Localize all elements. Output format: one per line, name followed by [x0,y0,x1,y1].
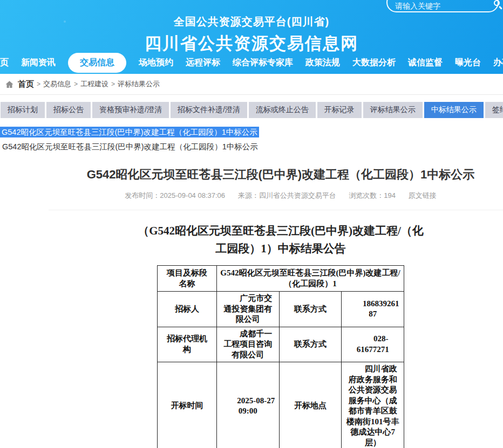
divider [49,210,503,210]
cell-agency-contact-value: 028-61677271 [342,327,404,362]
tab-bid-announcement[interactable]: 招标公告 [46,102,91,118]
nav-item-big-data[interactable]: 大数据分析 [352,57,396,68]
cell-opening-place-label: 开标地点 [279,362,342,448]
document-title: （G542昭化区元坝至旺苍县三江段(巴中界)改建工程/（化工园段）1）中标结果公… [134,222,428,257]
cell-project-label: 项目及标段名称 [158,266,217,292]
main-nav: 首页 新闻资讯 交易信息 场地预约 远程评标 综合评标专家库 政策法规 大数据分… [0,51,503,74]
home-icon [5,80,14,89]
publish-time: 发布时间：2025-09-04 08:37:06 [125,191,225,199]
cell-project-value: G542昭化区元坝至旺苍县三江段(巴中界)改建工程/（化工园段）1 [217,266,404,292]
award-result-table: 项目及标段名称 G542昭化区元坝至旺苍县三江段(巴中界)改建工程/（化工园段）… [157,265,404,448]
tab-bid-opening-record[interactable]: 开标记录 [317,102,362,118]
cell-agency-label: 招标代理机构 [158,327,217,362]
cell-tenderer-label: 招标人 [158,292,217,327]
tab-failed-or-terminated[interactable]: 流标或终止公告 [249,102,316,118]
cell-tenderer-value: 广元市交通投资集团有限公司 [217,292,280,327]
article-title: G542昭化区元坝至旺苍县三江段(巴中界)改建工程（化工园段）1中标公示 [0,167,503,183]
cell-agency-contact-label: 联系方式 [279,327,342,362]
nav-item-exposure[interactable]: 曝光台 [455,57,481,68]
article: G542昭化区元坝至旺苍县三江段(巴中界)改建工程（化工园段）1中标公示 发布时… [0,167,503,448]
tab-bar: 招标计划 招标公告 资格预审补遗/澄清 招标文件补遗/澄清 流标或终止公告 开标… [1,102,503,118]
tab-evaluation-results[interactable]: 评标结果公示 [363,102,423,118]
nav-item-integrity[interactable]: 诚信监督 [408,57,443,68]
result-list: G542昭化区元坝至旺苍县三江段(巴中界)改建工程（化工园段）1中标公示 G54… [0,127,503,152]
breadcrumb-engineering[interactable]: 工程建设 [80,79,108,89]
breadcrumb-eval-results[interactable]: 评标结果公示 [118,79,160,89]
cell-opening-time-label: 开标时间 [158,362,217,448]
result-link[interactable]: G542昭化区元坝至旺苍县三江段(巴中界)改建工程（化工园段）1中标公示 [0,142,503,152]
page: 全国公共资源交易平台(四川省) 四川省公共资源交易信息网 首页 新闻资讯 交易信… [0,0,503,448]
cell-agency-value: 成都千一工程项目咨询有限公司 [217,327,280,362]
table-row: 开标时间 2025-08-27 09:00 开标地点 四川省政府政务服务和公共资… [158,362,404,448]
breadcrumb-home[interactable]: 首页 [18,79,34,89]
nav-item-venue-booking[interactable]: 场地预约 [139,57,173,68]
tab-bid-doc-addendum[interactable]: 招标文件补遗/澄清 [171,102,247,118]
article-meta: 发布时间：2025-09-04 08:37:06 来源：四川省公共资源交易平台 … [0,191,503,201]
original-link[interactable]: 原文链接 [409,191,437,199]
cell-opening-time-value: 2025-08-27 09:00 [217,362,280,448]
table-row: 招标代理机构 成都千一工程项目咨询有限公司 联系方式 028-61677271 [158,327,404,362]
site-header: 全国公共资源交易平台(四川省) 四川省公共资源交易信息网 首页 新闻资讯 交易信… [0,0,503,74]
search-box[interactable] [386,0,499,12]
breadcrumb-trade-info[interactable]: 交易信息 [43,79,71,89]
document: （G542昭化区元坝至旺苍县三江段(巴中界)改建工程/（化工园段）1）中标结果公… [0,222,503,448]
tab-contract-performance[interactable]: 签约履行 [485,102,503,118]
table-row: 招标人 广元市交通投资集团有限公司 联系方式 18683926187 [158,292,404,327]
nav-item-services[interactable]: 办事服务 [493,57,503,68]
nav-item-expert-pool[interactable]: 综合评标专家库 [233,57,293,68]
breadcrumb-separator: > [111,80,115,88]
breadcrumb-separator: > [37,80,40,88]
tab-bid-plan[interactable]: 招标计划 [1,102,45,118]
nav-item-policies[interactable]: 政策法规 [305,57,340,68]
nav-item-home[interactable]: 首页 [0,57,9,68]
source: 来源：四川省公共资源交易平台 [238,191,336,199]
nav-item-trade-info[interactable]: 交易信息 [68,53,126,73]
cell-opening-place-value: 四川省政府政务服务和公共资源交易服务中心（成都市青羊区鼓楼南街101号丰德成达中… [342,362,404,448]
tab-prequal-addendum[interactable]: 资格预审补遗/澄清 [92,102,169,118]
search-input[interactable] [395,0,493,10]
table-row: 项目及标段名称 G542昭化区元坝至旺苍县三江段(巴中界)改建工程/（化工园段）… [158,266,404,292]
cell-contact-label: 联系方式 [279,292,342,327]
view-count: 浏览次数：194 [349,191,396,199]
breadcrumb-separator: > [74,80,78,88]
cell-contact-value: 18683926187 [342,292,404,327]
result-link-selected[interactable]: G542昭化区元坝至旺苍县三江段(巴中界)改建工程（化工园段）1中标公示 [0,127,259,137]
tab-award-results[interactable]: 中标结果公示 [424,102,484,118]
breadcrumb: 首页 > 交易信息 > 工程建设 > 评标结果公示 [0,74,503,95]
nav-item-remote-evaluation[interactable]: 远程评标 [186,57,220,68]
search-icon[interactable] [493,0,503,11]
nav-item-news[interactable]: 新闻资讯 [21,57,56,68]
site-subtitle: 全国公共资源交易平台(四川省) [0,15,503,29]
